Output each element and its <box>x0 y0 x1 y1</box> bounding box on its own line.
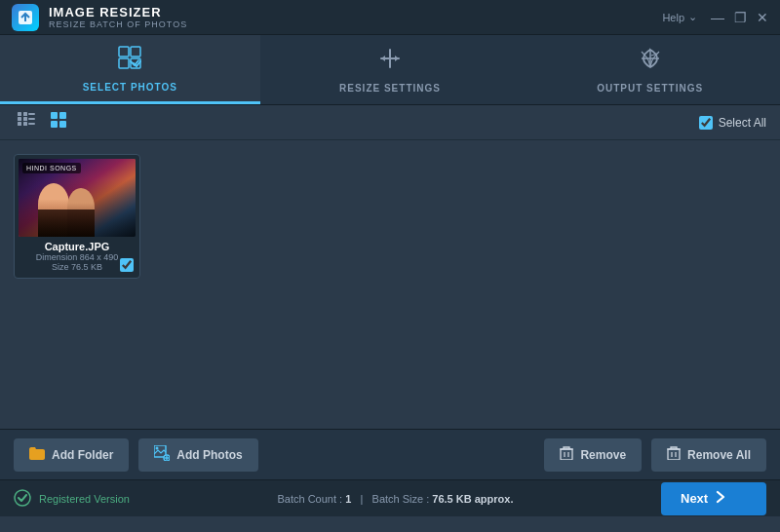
svg-rect-7 <box>18 112 21 116</box>
remove-all-label: Remove All <box>687 448 751 462</box>
content-area: HINDI SONGS Capture.JPG Dimension 864 x … <box>0 140 780 429</box>
svg-rect-12 <box>23 122 27 126</box>
select-all-checkbox[interactable] <box>699 116 713 130</box>
close-button[interactable]: ✕ <box>757 11 768 24</box>
app-title-main: IMAGE RESIZER <box>49 5 187 19</box>
remove-button[interactable]: Remove <box>544 438 642 472</box>
batch-count-value: 1 <box>345 493 351 505</box>
next-button[interactable]: Next <box>661 482 766 515</box>
tab-output-settings[interactable]: OUTPUT SETTINGS <box>520 35 780 104</box>
title-bar-left: IMAGE RESIZER RESIZE BATCH OF PHOTOS <box>12 4 187 31</box>
status-bar: Registered Version Batch Count : 1 | Bat… <box>0 479 780 516</box>
app-icon <box>12 4 39 31</box>
svg-rect-14 <box>28 118 35 120</box>
svg-rect-11 <box>18 122 21 126</box>
remove-all-icon <box>667 446 681 463</box>
list-view-button[interactable] <box>14 110 39 135</box>
photo-name: Capture.JPG <box>20 241 134 252</box>
tab-resize-settings-label: RESIZE SETTINGS <box>339 83 441 94</box>
svg-rect-8 <box>23 112 27 116</box>
photo-dimension: Dimension 864 x 490 <box>20 252 134 262</box>
window-controls: — ❐ ✕ <box>711 11 768 24</box>
minimize-button[interactable]: — <box>711 11 724 24</box>
tab-resize-settings[interactable]: RESIZE SETTINGS <box>260 35 521 104</box>
batch-size-label: Batch Size : <box>372 493 430 505</box>
remove-all-button[interactable]: Remove All <box>651 438 766 472</box>
select-all-area: Select All <box>699 116 766 130</box>
title-bar-right: Help ⌄ — ❐ ✕ <box>662 11 768 24</box>
add-folder-label: Add Folder <box>52 448 113 462</box>
batch-count-label: Batch Count : <box>277 493 342 505</box>
tab-select-photos-label: SELECT PHOTOS <box>83 82 177 93</box>
svg-point-21 <box>156 447 159 450</box>
batch-size-value: 76.5 KB approx. <box>432 493 513 505</box>
add-photos-button[interactable]: Add Photos <box>138 438 257 472</box>
photo-thumbnail: HINDI SONGS <box>19 159 136 237</box>
svg-rect-23 <box>561 449 572 460</box>
action-bar-left: Add Folder Add Photos <box>14 438 258 472</box>
registered-label: Registered Version <box>39 493 130 505</box>
next-label: Next <box>681 491 708 506</box>
svg-rect-17 <box>59 112 66 119</box>
tab-output-settings-label: OUTPUT SETTINGS <box>597 83 703 94</box>
select-photos-icon <box>117 45 142 76</box>
folder-icon <box>29 447 45 463</box>
svg-rect-1 <box>119 47 129 57</box>
view-toggles <box>14 110 72 135</box>
add-photos-label: Add Photos <box>176 448 242 462</box>
svg-rect-19 <box>59 121 66 128</box>
svg-rect-13 <box>28 113 35 115</box>
registered-icon <box>14 489 31 509</box>
batch-info: Batch Count : 1 | Batch Size : 76.5 KB a… <box>277 493 513 505</box>
add-folder-button[interactable]: Add Folder <box>14 438 129 472</box>
photo-info: Capture.JPG Dimension 864 x 490 Size 76.… <box>19 237 136 272</box>
help-button[interactable]: Help ⌄ <box>662 11 697 23</box>
tab-select-photos[interactable]: SELECT PHOTOS <box>0 35 260 104</box>
select-all-label: Select All <box>719 116 766 130</box>
batch-separator: | <box>361 493 364 505</box>
action-bar-right: Remove Remove All <box>544 438 766 472</box>
grid-view-button[interactable] <box>47 110 72 135</box>
svg-rect-10 <box>23 117 27 121</box>
photo-item[interactable]: HINDI SONGS Capture.JPG Dimension 864 x … <box>14 154 140 279</box>
svg-point-25 <box>15 490 30 506</box>
svg-rect-9 <box>18 117 21 121</box>
svg-rect-18 <box>51 121 58 128</box>
output-settings-icon <box>638 46 663 77</box>
photo-checkbox[interactable] <box>120 258 134 272</box>
svg-marker-6 <box>381 56 385 61</box>
restore-button[interactable]: ❐ <box>734 11 747 24</box>
remove-icon <box>560 446 573 463</box>
resize-settings-icon <box>377 46 403 77</box>
svg-rect-3 <box>119 58 129 68</box>
photo-size-label: Size 76.5 KB <box>20 262 134 272</box>
photo-grid: HINDI SONGS Capture.JPG Dimension 864 x … <box>14 154 766 279</box>
tab-bar: SELECT PHOTOS RESIZE SETTINGS OUT <box>0 35 780 105</box>
thumbnail-overlay-text: HINDI SONGS <box>22 163 81 173</box>
remove-label: Remove <box>580 448 626 462</box>
svg-rect-2 <box>131 47 140 57</box>
next-arrow-icon <box>716 490 725 507</box>
action-bar: Add Folder Add Photos <box>0 429 780 479</box>
title-bar: IMAGE RESIZER RESIZE BATCH OF PHOTOS Hel… <box>0 0 780 35</box>
app-title: IMAGE RESIZER RESIZE BATCH OF PHOTOS <box>49 5 187 29</box>
toolbar: Select All <box>0 105 780 140</box>
svg-rect-24 <box>668 449 680 460</box>
chevron-down-icon: ⌄ <box>688 11 697 23</box>
add-photos-icon <box>154 445 170 464</box>
svg-rect-15 <box>28 123 35 125</box>
app-title-sub: RESIZE BATCH OF PHOTOS <box>49 19 187 29</box>
registered-version: Registered Version <box>14 489 130 509</box>
svg-rect-16 <box>51 112 58 119</box>
svg-marker-5 <box>395 56 399 61</box>
